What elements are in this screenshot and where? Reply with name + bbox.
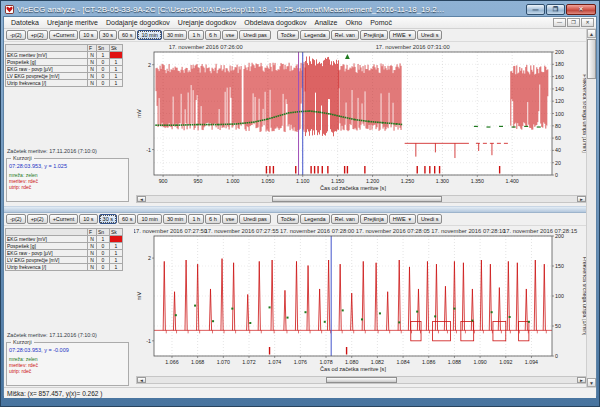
horizontal-scrollbar-0[interactable]: ◄►: [136, 195, 587, 203]
button-1-h[interactable]: 1 h: [188, 30, 204, 40]
dropdown-hwe[interactable]: HWE▼: [389, 30, 416, 40]
button-prej-nja[interactable]: Prejšnja: [360, 214, 388, 224]
legend-item: utrip: rdeč: [9, 368, 126, 374]
button-6-h[interactable]: 6 h: [205, 214, 221, 224]
button-10-s[interactable]: 10 s: [79, 214, 97, 224]
signal-value: 0: [97, 243, 110, 250]
button-prej-nja[interactable]: Prejšnja: [360, 30, 388, 40]
button-30-min[interactable]: 30 min: [163, 214, 188, 224]
button-10-min[interactable]: 10 min: [137, 30, 162, 40]
button-rel-van[interactable]: Rel. van: [331, 214, 359, 224]
statusbar: Miška: (x= 857.457, y(x)= 0.262 ): [4, 387, 596, 398]
button-to-ke[interactable]: Točke: [277, 214, 299, 224]
table-row[interactable]: Pospešek [g]N01: [6, 59, 123, 66]
button-to-ke[interactable]: Točke: [277, 30, 299, 40]
menu-okno[interactable]: Okno: [341, 19, 366, 26]
scroll-left-icon[interactable]: ◄: [137, 377, 146, 383]
button-10-s[interactable]: 10 s: [79, 30, 97, 40]
mdi-restore-button[interactable]: ❐: [567, 18, 580, 27]
table-row[interactable]: EKG meritev [mV]N1: [6, 236, 123, 243]
close-button[interactable]: ✕: [566, 4, 596, 15]
table-row[interactable]: LV EKG povprečje [mV]N01: [6, 73, 123, 80]
scroll-left-icon[interactable]: ◄: [137, 196, 146, 202]
scroll-right-icon[interactable]: ►: [577, 377, 586, 383]
menu-pomo[interactable]: Pomoč: [366, 19, 396, 26]
button-6-h[interactable]: 6 h: [205, 30, 221, 40]
horizontal-scrollbar-1[interactable]: ◄►: [136, 376, 587, 384]
vertical-scrollbar-thumb[interactable]: [587, 39, 596, 79]
signal-chart-0[interactable]: 17. november 2016 07:26:0017. november 2…: [134, 42, 588, 195]
signal-label: LV EKG povprečje [mV]: [6, 73, 88, 80]
mdi-close-button[interactable]: ✕: [581, 18, 594, 27]
menu-datoteka[interactable]: Datoteka: [7, 19, 43, 26]
svg-text:1.090: 1.090: [473, 359, 486, 365]
dropdown-hwe[interactable]: HWE▼: [389, 214, 416, 224]
button-current[interactable]: +Current: [49, 30, 79, 40]
button-p-2[interactable]: -p(2): [6, 30, 26, 40]
button-vse[interactable]: vse: [222, 30, 239, 40]
column-header: Sk: [110, 229, 123, 236]
button-p-2[interactable]: +p(2): [27, 214, 48, 224]
table-row[interactable]: EKG meritev [mV]N1: [6, 52, 123, 59]
button-legenda[interactable]: Legenda: [300, 214, 329, 224]
button-60-s[interactable]: 60 s: [118, 30, 136, 40]
scroll-right-icon[interactable]: ►: [577, 196, 586, 202]
chart-area-0: 17. november 2016 07:26:0017. november 2…: [134, 42, 589, 206]
panel-splitter[interactable]: [4, 206, 589, 213]
table-row[interactable]: Utrip frekvenca [/]N01: [6, 264, 123, 271]
cursor-group-box: Kurzorji07:28:03.953, y = -0.009mreža: z…: [6, 342, 129, 386]
button-1-h[interactable]: 1 h: [188, 214, 204, 224]
table-header-row: FSnSk: [6, 45, 123, 52]
button-rel-van[interactable]: Rel. van: [331, 30, 359, 40]
signal-value: 1: [110, 59, 123, 66]
app-window: VisECG analyze - [CT-2B-05-33-9A-2C [C:\…: [0, 0, 600, 407]
button-p-2[interactable]: +p(2): [27, 30, 48, 40]
svg-text:40: 40: [555, 147, 561, 153]
button-uredi-pas[interactable]: Uredi pas: [239, 214, 271, 224]
button-30-s[interactable]: 30 s: [99, 30, 117, 40]
signal-value: 1: [110, 66, 123, 73]
svg-text:180: 180: [555, 61, 564, 67]
button-current[interactable]: +Current: [49, 214, 79, 224]
signal-chart-1[interactable]: 17. november 2016 07:27:5017. november 2…: [134, 226, 588, 376]
menu-dodajanje-dogodkov[interactable]: Dodajanje dogodkov: [102, 19, 174, 26]
table-row[interactable]: Pospešek [g]N01: [6, 243, 123, 250]
scroll-down-icon[interactable]: ▼: [587, 378, 596, 387]
button-30-s[interactable]: 30 s: [99, 214, 117, 224]
titlebar[interactable]: VisECG analyze - [CT-2B-05-33-9A-2C [C:\…: [3, 2, 597, 16]
table-row[interactable]: LV EKG povprečje [mV]N01: [6, 257, 123, 264]
menu-urejanje-dogodkov[interactable]: Urejanje dogodkov: [174, 19, 240, 26]
minimize-button[interactable]: —: [526, 4, 545, 15]
panel-body-1: FSnSkEKG meritev [mV]N1Pospešek [g]N01EK…: [4, 226, 589, 387]
mdi-minimize-button[interactable]: —: [553, 18, 566, 27]
signal-value: N: [88, 52, 97, 59]
button-uredi-s[interactable]: Uredi s: [417, 214, 442, 224]
button-uredi-pas[interactable]: Uredi pas: [239, 30, 271, 40]
vertical-scrollbar[interactable]: ▲ ▼: [586, 29, 596, 387]
scroll-up-icon[interactable]: ▲: [587, 29, 596, 38]
table-row[interactable]: EKG raw - povp [µV]N01: [6, 250, 123, 257]
column-header: [6, 45, 88, 52]
menu-urejanje-meritve[interactable]: Urejanje meritve: [43, 19, 102, 26]
table-row[interactable]: Utrip frekvenca [/]N01: [6, 80, 123, 87]
button-legenda[interactable]: Legenda: [300, 30, 329, 40]
horizontal-scrollbar-thumb[interactable]: [272, 196, 443, 202]
svg-text:1.068: 1.068: [191, 359, 204, 365]
signal-value: N: [88, 66, 97, 73]
table-row[interactable]: EKG raw - povp [µV]N01: [6, 66, 123, 73]
button-60-s[interactable]: 60 s: [118, 214, 136, 224]
button-30-min[interactable]: 30 min: [163, 30, 188, 40]
button-10-min[interactable]: 10 min: [137, 214, 162, 224]
svg-text:100: 100: [555, 293, 564, 299]
signal-table-0: FSnSkEKG meritev [mV]N1Pospešek [g]N01EK…: [5, 44, 123, 87]
horizontal-scrollbar-thumb[interactable]: [326, 377, 398, 383]
menu-analize[interactable]: Analize: [310, 19, 341, 26]
menu-obdelava-dogodkov[interactable]: Obdelava dogodkov: [240, 19, 310, 26]
button-p-2[interactable]: -p(2): [6, 214, 26, 224]
signal-value: N: [88, 250, 97, 257]
svg-text:200: 200: [555, 49, 564, 55]
button-uredi-s[interactable]: Uredi s: [417, 30, 442, 40]
svg-text:1.050: 1.050: [261, 178, 274, 184]
button-vse[interactable]: vse: [222, 214, 239, 224]
restore-button[interactable]: ❐: [546, 4, 565, 15]
